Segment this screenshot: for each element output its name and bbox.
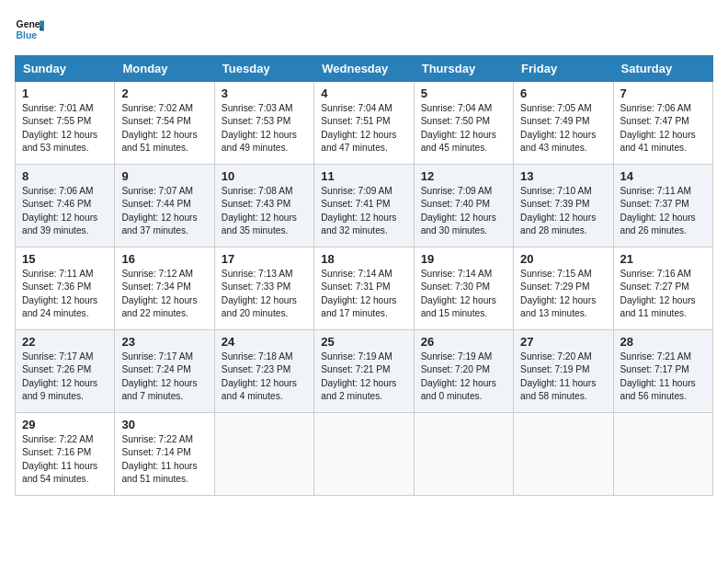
day-number: 12 — [421, 169, 506, 183]
calendar-week-row: 22Sunrise: 7:17 AMSunset: 7:26 PMDayligh… — [16, 330, 713, 413]
cell-content: Sunrise: 7:19 AMSunset: 7:21 PMDaylight:… — [321, 351, 396, 401]
day-number: 16 — [121, 252, 207, 266]
calendar-cell: 10Sunrise: 7:08 AMSunset: 7:43 PMDayligh… — [214, 165, 313, 247]
cell-content: Sunrise: 7:17 AMSunset: 7:24 PMDaylight:… — [121, 351, 197, 401]
calendar-cell: 28Sunrise: 7:21 AMSunset: 7:17 PMDayligh… — [613, 330, 712, 413]
calendar-header-row: SundayMondayTuesdayWednesdayThursdayFrid… — [16, 56, 713, 82]
cell-content: Sunrise: 7:02 AMSunset: 7:54 PMDaylight:… — [121, 103, 197, 153]
cell-content: Sunrise: 7:01 AMSunset: 7:55 PMDaylight:… — [22, 103, 97, 153]
calendar-cell: 7Sunrise: 7:06 AMSunset: 7:47 PMDaylight… — [613, 82, 712, 165]
calendar-cell: 25Sunrise: 7:19 AMSunset: 7:21 PMDayligh… — [314, 330, 414, 413]
cell-content: Sunrise: 7:22 AMSunset: 7:16 PMDaylight:… — [22, 434, 97, 484]
calendar-cell — [514, 413, 613, 496]
cell-content: Sunrise: 7:18 AMSunset: 7:23 PMDaylight:… — [222, 351, 297, 401]
calendar-cell: 24Sunrise: 7:18 AMSunset: 7:23 PMDayligh… — [214, 330, 313, 413]
calendar-cell: 6Sunrise: 7:05 AMSunset: 7:49 PMDaylight… — [514, 82, 613, 165]
calendar-week-row: 1Sunrise: 7:01 AMSunset: 7:55 PMDaylight… — [16, 82, 713, 165]
calendar-cell: 29Sunrise: 7:22 AMSunset: 7:16 PMDayligh… — [16, 413, 115, 496]
calendar-cell: 2Sunrise: 7:02 AMSunset: 7:54 PMDaylight… — [115, 82, 214, 165]
cell-content: Sunrise: 7:06 AMSunset: 7:47 PMDaylight:… — [620, 103, 696, 153]
calendar-cell: 26Sunrise: 7:19 AMSunset: 7:20 PMDayligh… — [414, 330, 513, 413]
calendar-cell: 4Sunrise: 7:04 AMSunset: 7:51 PMDaylight… — [314, 82, 414, 165]
day-number: 5 — [421, 86, 506, 100]
cell-content: Sunrise: 7:06 AMSunset: 7:46 PMDaylight:… — [22, 186, 97, 236]
calendar-cell — [613, 413, 712, 496]
calendar-week-row: 29Sunrise: 7:22 AMSunset: 7:16 PMDayligh… — [16, 413, 713, 496]
cell-content: Sunrise: 7:08 AMSunset: 7:43 PMDaylight:… — [222, 186, 297, 236]
cell-content: Sunrise: 7:09 AMSunset: 7:40 PMDaylight:… — [421, 186, 496, 236]
calendar-cell — [214, 413, 313, 496]
cell-content: Sunrise: 7:16 AMSunset: 7:27 PMDaylight:… — [620, 269, 696, 318]
weekday-header-saturday: Saturday — [613, 56, 712, 82]
day-number: 8 — [22, 169, 108, 183]
cell-content: Sunrise: 7:05 AMSunset: 7:49 PMDaylight:… — [520, 103, 596, 153]
day-number: 18 — [321, 252, 406, 266]
day-number: 9 — [121, 169, 207, 183]
calendar-cell: 15Sunrise: 7:11 AMSunset: 7:36 PMDayligh… — [16, 247, 115, 330]
calendar-cell: 19Sunrise: 7:14 AMSunset: 7:30 PMDayligh… — [414, 247, 513, 330]
logo-icon: General Blue — [15, 15, 44, 44]
calendar-cell: 5Sunrise: 7:04 AMSunset: 7:50 PMDaylight… — [414, 82, 513, 165]
calendar-cell: 20Sunrise: 7:15 AMSunset: 7:29 PMDayligh… — [514, 247, 613, 330]
calendar-cell: 8Sunrise: 7:06 AMSunset: 7:46 PMDaylight… — [16, 165, 115, 247]
day-number: 27 — [520, 335, 606, 349]
cell-content: Sunrise: 7:11 AMSunset: 7:36 PMDaylight:… — [22, 269, 97, 318]
calendar-week-row: 15Sunrise: 7:11 AMSunset: 7:36 PMDayligh… — [16, 247, 713, 330]
day-number: 10 — [222, 169, 307, 183]
day-number: 22 — [22, 335, 108, 349]
day-number: 14 — [620, 169, 706, 183]
day-number: 30 — [121, 418, 207, 431]
day-number: 19 — [421, 252, 506, 266]
day-number: 17 — [222, 252, 307, 266]
calendar-cell — [314, 413, 414, 496]
header: General Blue — [15, 15, 713, 44]
day-number: 28 — [620, 335, 706, 349]
calendar-cell: 11Sunrise: 7:09 AMSunset: 7:41 PMDayligh… — [314, 165, 414, 247]
day-number: 7 — [620, 86, 706, 100]
day-number: 4 — [321, 86, 406, 100]
day-number: 2 — [121, 86, 207, 100]
cell-content: Sunrise: 7:21 AMSunset: 7:17 PMDaylight:… — [620, 351, 696, 401]
day-number: 20 — [520, 252, 606, 266]
calendar-cell — [414, 413, 513, 496]
svg-text:Blue: Blue — [17, 30, 38, 40]
cell-content: Sunrise: 7:09 AMSunset: 7:41 PMDaylight:… — [321, 186, 396, 236]
day-number: 13 — [520, 169, 606, 183]
cell-content: Sunrise: 7:20 AMSunset: 7:19 PMDaylight:… — [520, 351, 596, 401]
calendar-body: 1Sunrise: 7:01 AMSunset: 7:55 PMDaylight… — [16, 82, 713, 496]
cell-content: Sunrise: 7:17 AMSunset: 7:26 PMDaylight:… — [22, 351, 97, 401]
cell-content: Sunrise: 7:04 AMSunset: 7:50 PMDaylight:… — [421, 103, 496, 153]
weekday-header-wednesday: Wednesday — [314, 56, 414, 82]
weekday-header-friday: Friday — [514, 56, 613, 82]
weekday-header-thursday: Thursday — [414, 56, 513, 82]
cell-content: Sunrise: 7:07 AMSunset: 7:44 PMDaylight:… — [121, 186, 197, 236]
cell-content: Sunrise: 7:13 AMSunset: 7:33 PMDaylight:… — [222, 269, 297, 318]
weekday-header-sunday: Sunday — [16, 56, 115, 82]
weekday-header-monday: Monday — [115, 56, 214, 82]
calendar-cell: 9Sunrise: 7:07 AMSunset: 7:44 PMDaylight… — [115, 165, 214, 247]
cell-content: Sunrise: 7:19 AMSunset: 7:20 PMDaylight:… — [421, 351, 496, 401]
day-number: 11 — [321, 169, 406, 183]
calendar-cell: 23Sunrise: 7:17 AMSunset: 7:24 PMDayligh… — [115, 330, 214, 413]
cell-content: Sunrise: 7:11 AMSunset: 7:37 PMDaylight:… — [620, 186, 696, 236]
logo: General Blue — [15, 15, 44, 44]
day-number: 1 — [22, 86, 108, 100]
cell-content: Sunrise: 7:22 AMSunset: 7:14 PMDaylight:… — [121, 434, 197, 484]
calendar-table: SundayMondayTuesdayWednesdayThursdayFrid… — [15, 55, 713, 496]
day-number: 25 — [321, 335, 406, 349]
day-number: 23 — [121, 335, 207, 349]
day-number: 21 — [620, 252, 706, 266]
calendar-cell: 18Sunrise: 7:14 AMSunset: 7:31 PMDayligh… — [314, 247, 414, 330]
cell-content: Sunrise: 7:10 AMSunset: 7:39 PMDaylight:… — [520, 186, 596, 236]
calendar-cell: 22Sunrise: 7:17 AMSunset: 7:26 PMDayligh… — [16, 330, 115, 413]
calendar-cell: 12Sunrise: 7:09 AMSunset: 7:40 PMDayligh… — [414, 165, 513, 247]
calendar-cell: 21Sunrise: 7:16 AMSunset: 7:27 PMDayligh… — [613, 247, 712, 330]
calendar-cell: 30Sunrise: 7:22 AMSunset: 7:14 PMDayligh… — [115, 413, 214, 496]
calendar-cell: 17Sunrise: 7:13 AMSunset: 7:33 PMDayligh… — [214, 247, 313, 330]
day-number: 3 — [222, 86, 307, 100]
cell-content: Sunrise: 7:12 AMSunset: 7:34 PMDaylight:… — [121, 269, 197, 318]
calendar-cell: 3Sunrise: 7:03 AMSunset: 7:53 PMDaylight… — [214, 82, 313, 165]
weekday-header-tuesday: Tuesday — [214, 56, 313, 82]
cell-content: Sunrise: 7:15 AMSunset: 7:29 PMDaylight:… — [520, 269, 596, 318]
cell-content: Sunrise: 7:14 AMSunset: 7:31 PMDaylight:… — [321, 269, 396, 318]
